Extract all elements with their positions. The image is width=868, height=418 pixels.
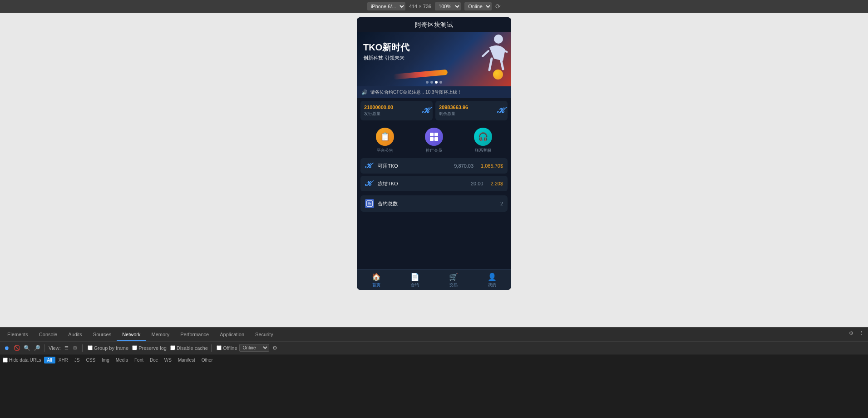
announcement-text: 请各位合约GFC会员注意，10.3号图将上线！ [370,89,462,95]
tko-section: 𝒦 可用TKO 9,870.03 1,085.70$ 𝒦 冻结TKO 20.00… [357,158,511,195]
svg-rect-3 [430,137,434,141]
filter-tag-css[interactable]: CSS [83,357,99,363]
network-selector[interactable]: Online [464,2,492,10]
tko-icon-frozen: 𝒦 [365,179,374,188]
tko-icon-available: 𝒦 [365,162,374,170]
dot-3[interactable] [435,81,438,84]
contract-section: 合约总数 2 [357,195,511,214]
dot-2[interactable] [430,81,433,84]
contract-label: 合约总数 [378,200,497,207]
group-view-button[interactable]: ⊞ [71,344,79,352]
device-selector[interactable]: iPhone 6/... [367,2,405,10]
tab-audits[interactable]: Audits [63,328,88,341]
issued-value: 21000000.00 [364,104,393,110]
tab-network[interactable]: Network [117,328,146,341]
available-tko-row[interactable]: 𝒦 可用TKO 9,870.03 1,085.70$ [360,158,508,174]
view-label: View: [49,345,61,351]
throttle-selector[interactable]: Online Slow 3G Fast 3G [239,344,269,352]
settings-icon[interactable]: ⚙ [847,329,855,337]
remaining-value: 20983663.96 [439,104,468,110]
contract-count: 2 [500,201,503,206]
clear-button[interactable]: 🚫 [13,344,21,352]
action-announcement[interactable]: 📋 平台公告 [376,128,394,154]
filter-tag-manifest[interactable]: Manifest [175,357,198,363]
filter-tag-other[interactable]: Other [198,357,216,363]
group-by-frame-checkbox-group: Group by frame [88,345,128,351]
action-promote[interactable]: 推广会员 [425,128,443,154]
mobile-preview: 阿奇区块测试 TKO新时代 创新科技·引领未来 [357,17,511,290]
frozen-tko-row[interactable]: 𝒦 冻结TKO 20.00 2.20$ [360,176,508,191]
main-content-area: 阿奇区块测试 TKO新时代 创新科技·引领未来 [0,13,868,327]
filter-tag-font[interactable]: Font [131,357,147,363]
filter-tag-ws[interactable]: WS [161,357,175,363]
tab-application[interactable]: Application [214,328,250,341]
zoom-selector[interactable]: 100% [435,2,461,10]
tab-sources[interactable]: Sources [88,328,117,341]
nav-contract[interactable]: 📄 合约 [395,270,434,290]
available-tko-usd: 1,085.70$ [481,163,503,169]
separator-3 [211,344,212,352]
contract-nav-icon: 📄 [410,273,419,281]
preserve-log-checkbox-group: Preserve log [132,345,167,351]
filter-tag-doc[interactable]: Doc [147,357,161,363]
throttle-settings-icon[interactable]: ⚙ [271,344,279,352]
banner-subtitle: 创新科技·引领未来 [363,55,409,61]
tab-memory[interactable]: Memory [146,328,175,341]
disable-cache-checkbox-group: Disable cache [170,345,208,351]
devtools-toolbar: ⏺ 🚫 🔍 🔎 View: ☰ ⊞ Group by frame Preserv… [0,342,868,354]
nav-trade[interactable]: 🛒 交易 [434,270,473,290]
svg-point-0 [494,35,503,44]
contract-row[interactable]: 合约总数 2 [360,195,508,212]
group-by-frame-checkbox[interactable] [88,345,93,350]
action-announcement-label: 平台公告 [377,148,393,154]
available-tko-label: 可用TKO [378,163,450,169]
record-button[interactable]: ⏺ [3,344,11,352]
tko-logo-1: 𝒦 [422,106,429,115]
tab-security[interactable]: Security [250,328,279,341]
nav-profile[interactable]: 👤 我的 [473,270,511,290]
hide-data-urls-checkbox[interactable] [3,358,8,363]
dimension-display: 414 × 736 [409,4,431,9]
list-view-button[interactable]: ☰ [63,344,71,352]
tab-performance[interactable]: Performance [175,328,214,341]
dot-1[interactable] [426,81,429,84]
trade-label: 交易 [449,282,458,288]
nav-home[interactable]: 🏠 首页 [357,270,395,290]
more-options-icon[interactable]: ⋮ [857,329,865,337]
quick-actions-section: 📋 平台公告 推广会员 🎧 联系客服 [357,123,511,158]
filter-tag-img[interactable]: Img [99,357,113,363]
group-by-frame-label: Group by frame [94,345,128,351]
rotate-icon[interactable]: ⟳ [495,3,501,10]
dot-4[interactable] [439,81,442,84]
app-title: 阿奇区块测试 [415,21,453,28]
browser-toolbar: iPhone 6/... 414 × 736 100% Online ⟳ [0,0,868,13]
banner-section: TKO新时代 创新科技·引领未来 [357,32,511,86]
tab-elements[interactable]: Elements [2,328,34,341]
filter-tag-xhr[interactable]: XHR [55,357,71,363]
filter-type-tags: All XHR JS CSS Img Media Font Doc WS Man… [44,357,216,363]
banner-dots [426,81,442,84]
search-button[interactable]: 🔎 [33,344,41,352]
issued-label: 发行总量 [364,111,393,117]
filter-toggle[interactable]: 🔍 [23,344,31,352]
view-mode-buttons: ☰ ⊞ [63,344,79,352]
offline-checkbox[interactable] [217,345,222,350]
action-support[interactable]: 🎧 联系客服 [474,128,492,154]
devtools-panel: Elements Console Audits Sources Network … [0,327,868,418]
filter-tag-js[interactable]: JS [71,357,83,363]
filter-tag-all[interactable]: All [44,357,55,363]
tko-logo-2: 𝒦 [497,106,504,115]
bottom-navigation: 🏠 首页 📄 合约 🛒 交易 👤 我的 [357,269,511,290]
preserve-log-checkbox[interactable] [132,345,137,350]
filter-tag-media[interactable]: Media [113,357,131,363]
network-requests-area [0,366,868,418]
tab-console[interactable]: Console [34,328,63,341]
announcement-bar: 🔊 请各位合约GFC会员注意，10.3号图将上线！ [357,86,511,98]
available-tko-amount: 9,870.03 [454,163,473,169]
network-filter-bar: Hide data URLs All XHR JS CSS Img Media … [0,354,868,366]
profile-icon: 👤 [488,273,497,281]
remaining-label: 剩余总量 [439,111,468,117]
separator-2 [82,344,83,352]
disable-cache-checkbox[interactable] [170,345,175,350]
speaker-icon: 🔊 [361,90,368,95]
